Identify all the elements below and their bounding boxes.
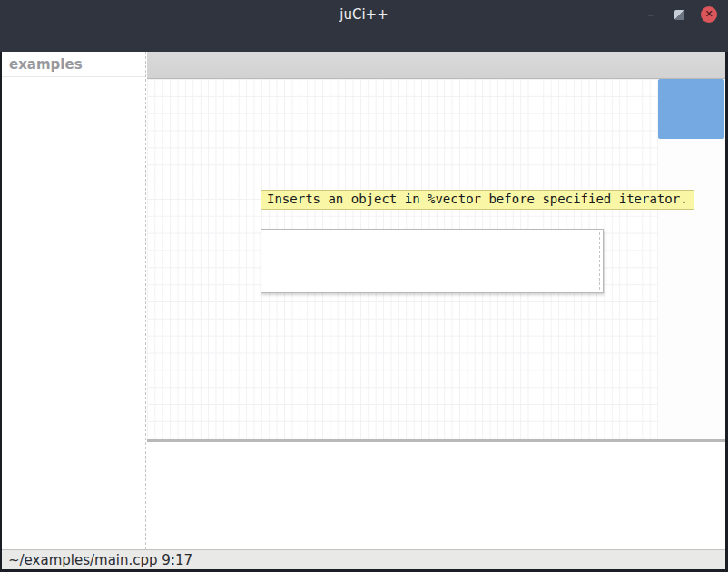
window-controls: – ✕ bbox=[644, 0, 717, 29]
build-output-panel[interactable] bbox=[147, 442, 725, 549]
window-border-left bbox=[0, 52, 2, 572]
window-title: juCi++ bbox=[0, 6, 728, 23]
title-bar: juCi++ – ✕ bbox=[0, 0, 728, 29]
code-editor[interactable]: Inserts an object in %vector before spec… bbox=[147, 79, 725, 439]
status-bar: ~/examples/main.cpp 9:17 bbox=[2, 549, 725, 569]
status-file-position: ~/examples/main.cpp 9:17 bbox=[8, 552, 192, 568]
close-button[interactable]: ✕ bbox=[701, 6, 717, 23]
minimize-button[interactable]: – bbox=[644, 6, 658, 23]
file-tree-sidebar: examples bbox=[2, 52, 145, 549]
maximize-icon[interactable] bbox=[674, 10, 684, 20]
menu-bar bbox=[0, 29, 728, 52]
tab-bar bbox=[147, 52, 725, 79]
main-area: examples Inserts an object in %vector be… bbox=[2, 52, 725, 549]
project-name-header: examples bbox=[2, 52, 145, 77]
editor-column: Inserts an object in %vector before spec… bbox=[147, 52, 725, 549]
minimap-viewport[interactable] bbox=[658, 79, 724, 139]
app-window: juCi++ – ✕ examples Inserts an object in… bbox=[0, 0, 728, 572]
minimap[interactable] bbox=[658, 79, 725, 439]
doc-tooltip: Inserts an object in %vector before spec… bbox=[261, 190, 694, 210]
completion-popup bbox=[261, 229, 604, 293]
